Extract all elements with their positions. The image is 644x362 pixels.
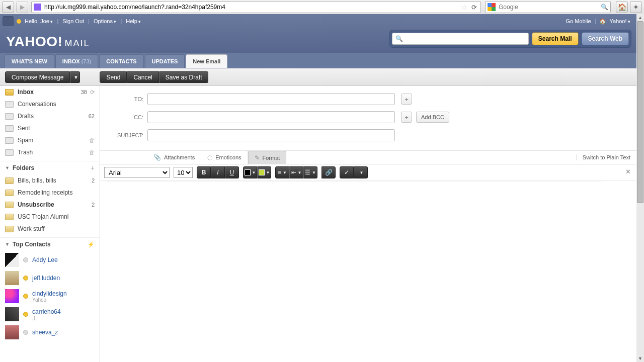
- presence-icon: [23, 294, 28, 299]
- to-input[interactable]: [150, 94, 394, 105]
- custom-folder[interactable]: Bills, bills, bills2: [0, 174, 100, 187]
- align-button[interactable]: ≡▼: [275, 166, 289, 178]
- url-bar[interactable]: ☆ ⟳: [31, 1, 481, 13]
- compose-dropdown[interactable]: ▼: [70, 71, 80, 83]
- empty-spam-icon[interactable]: 🗑: [89, 137, 95, 143]
- add-cc-button[interactable]: +: [401, 112, 412, 123]
- forward-button[interactable]: ▶: [16, 1, 28, 13]
- mail-search-field[interactable]: 🔍: [392, 33, 529, 45]
- folders-header[interactable]: ▼ Folders +: [0, 161, 100, 174]
- empty-trash-icon[interactable]: 🗑: [89, 149, 95, 155]
- cancel-button[interactable]: Cancel: [127, 71, 158, 83]
- custom-folder[interactable]: USC Trojan Alumni: [0, 211, 100, 223]
- cc-field[interactable]: [147, 111, 395, 123]
- contact-item[interactable]: carrieho64:): [0, 305, 100, 323]
- send-button[interactable]: Send: [100, 71, 127, 83]
- compose-area: TO: + CC: + Add BCC SUBJECT: 📎Attachmen: [100, 86, 636, 362]
- home-button[interactable]: 🏠: [616, 1, 628, 13]
- emoticon-icon: ◌: [207, 154, 212, 161]
- message-body[interactable]: [105, 181, 601, 362]
- help-menu[interactable]: Help: [126, 18, 141, 24]
- app-menu-icon[interactable]: [3, 16, 14, 26]
- yahoo-menu[interactable]: Yahoo!: [609, 18, 630, 24]
- search-icon[interactable]: 🔍: [601, 4, 608, 11]
- page-scrollbar[interactable]: ▲ ▼: [636, 14, 644, 362]
- contact-item[interactable]: sheeva_z: [0, 323, 100, 341]
- options-menu[interactable]: Options: [94, 18, 116, 24]
- extension-button[interactable]: ✦: [630, 1, 642, 13]
- scroll-thumb[interactable]: [637, 21, 643, 203]
- folder-drafts[interactable]: Drafts62: [0, 110, 100, 122]
- custom-folder[interactable]: Remodeling receipts: [0, 187, 100, 199]
- format-tab[interactable]: ✎Format: [248, 151, 287, 164]
- font-size-select[interactable]: 10: [174, 167, 193, 178]
- presence-icon: [23, 257, 28, 262]
- subject-field[interactable]: [147, 129, 395, 141]
- bold-button[interactable]: B: [197, 166, 211, 178]
- tab-new-email[interactable]: New Email: [186, 54, 227, 68]
- indent-button[interactable]: ⇤▼: [289, 166, 303, 178]
- sent-icon: [5, 125, 14, 132]
- inbox-icon: [5, 89, 14, 96]
- subject-input[interactable]: [150, 130, 394, 141]
- add-to-button[interactable]: +: [401, 94, 412, 105]
- folder-trash[interactable]: Trash🗑: [0, 146, 100, 158]
- contacts-header[interactable]: ▼ Top Contacts ⚡: [0, 237, 100, 251]
- compose-button[interactable]: Compose Message: [5, 71, 70, 83]
- spam-icon: [5, 137, 14, 144]
- browser-search-input[interactable]: [498, 3, 601, 11]
- to-field[interactable]: [147, 93, 395, 105]
- tab-whats-new[interactable]: WHAT'S NEW: [5, 54, 54, 68]
- avatar: [5, 253, 19, 267]
- bookmark-icon[interactable]: ☆: [461, 4, 467, 11]
- add-bcc-button[interactable]: Add BCC: [416, 112, 449, 123]
- go-mobile-link[interactable]: Go Mobile: [566, 18, 591, 24]
- text-color-button[interactable]: ▼: [243, 166, 257, 178]
- attachments-tab[interactable]: 📎Attachments: [147, 151, 201, 164]
- save-draft-button[interactable]: Save as Draft: [159, 71, 209, 83]
- contact-item[interactable]: jeff.ludden: [0, 269, 100, 287]
- font-family-select[interactable]: Arial: [104, 167, 170, 178]
- emoticons-tab[interactable]: ◌Emoticons: [201, 151, 248, 164]
- contact-item[interactable]: Addy Lee: [0, 251, 100, 269]
- refresh-icon[interactable]: ⟳: [90, 89, 95, 96]
- folder-spam[interactable]: Spam🗑: [0, 134, 100, 146]
- topbar: Hello, Joe | Sign Out | Options | Help G…: [0, 14, 636, 28]
- switch-plain-text[interactable]: Switch to Plain Text: [576, 154, 636, 160]
- scroll-down[interactable]: ▼: [636, 355, 644, 362]
- custom-folder[interactable]: Work stuff: [0, 223, 100, 235]
- italic-button[interactable]: I: [211, 166, 225, 178]
- reload-button[interactable]: ⟳: [469, 4, 478, 11]
- user-menu[interactable]: Hello, Joe: [25, 18, 53, 24]
- browser-search[interactable]: 🔍: [485, 1, 611, 13]
- status-icon: [17, 19, 21, 24]
- contact-item[interactable]: cindylidesignYahoo: [0, 287, 100, 305]
- list-button[interactable]: ☰▼: [303, 166, 317, 178]
- add-folder-icon[interactable]: +: [91, 164, 95, 172]
- google-icon: [488, 3, 496, 11]
- scroll-up[interactable]: ▲: [636, 14, 644, 21]
- folder-sent[interactable]: Sent: [0, 122, 100, 134]
- folder-inbox[interactable]: Inbox 38 ⟳: [0, 86, 100, 98]
- close-toolbar-button[interactable]: ✕: [623, 168, 632, 177]
- url-input[interactable]: [43, 3, 459, 11]
- back-button[interactable]: ◀: [2, 1, 14, 13]
- paperclip-icon: 📎: [153, 154, 161, 161]
- link-button[interactable]: 🔗: [321, 166, 336, 178]
- custom-folder[interactable]: Unsubscribe2: [0, 199, 100, 211]
- spellcheck-button[interactable]: ✓: [340, 166, 354, 178]
- folder-conversations[interactable]: Conversations: [0, 98, 100, 110]
- cc-input[interactable]: [150, 112, 394, 123]
- tab-contacts[interactable]: CONTACTS: [99, 54, 143, 68]
- tab-updates[interactable]: UPDATES: [145, 54, 185, 68]
- highlight-color-button[interactable]: ▼: [257, 166, 271, 178]
- tab-inbox[interactable]: INBOX(73): [55, 54, 98, 68]
- sign-out-link[interactable]: Sign Out: [62, 18, 84, 24]
- search-web-button[interactable]: Search Web: [582, 32, 629, 45]
- underline-button[interactable]: U: [225, 166, 239, 178]
- browser-toolbar: ◀ ▶ ☆ ⟳ 🔍 🏠 ✦: [0, 0, 644, 15]
- spellcheck-dropdown[interactable]: ▼: [354, 166, 368, 178]
- contacts-action-icon[interactable]: ⚡: [88, 241, 95, 248]
- drafts-icon: [5, 113, 14, 120]
- search-mail-button[interactable]: Search Mail: [532, 32, 579, 45]
